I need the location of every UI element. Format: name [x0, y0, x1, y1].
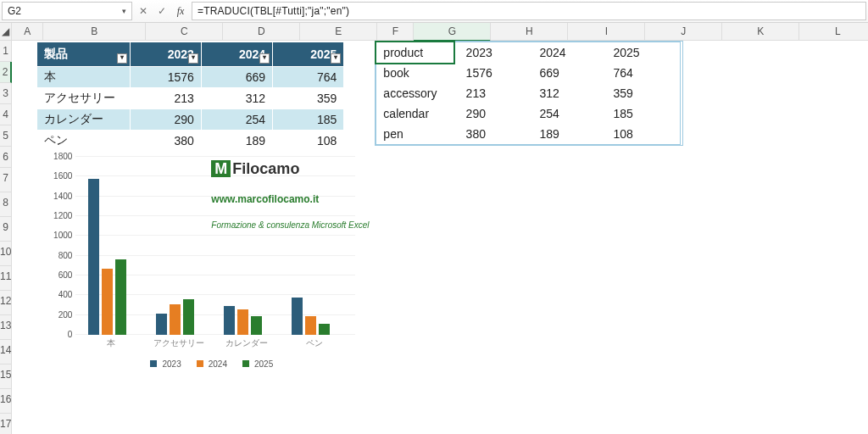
cell-grid[interactable]: 製品▾ 2023▾ 2024▾ 2025▾ 本1576669764アクセサリー2…	[12, 42, 854, 434]
table-row[interactable]: accessory213312359	[376, 83, 681, 103]
col-header[interactable]: K	[722, 23, 799, 41]
accept-icon[interactable]: ✓	[154, 3, 170, 19]
chart-category-label: 本	[81, 337, 141, 349]
row-header[interactable]: 1	[0, 41, 12, 62]
col-header[interactable]: F	[377, 23, 414, 41]
row-header[interactable]: 7	[0, 168, 12, 192]
name-box[interactable]: G2▾	[2, 2, 132, 20]
row-header[interactable]: 4	[0, 104, 12, 125]
row-header[interactable]: 13	[0, 315, 12, 340]
row-header[interactable]: 8	[0, 192, 12, 217]
chart-category-label: アクセサリー	[149, 337, 209, 349]
table-row[interactable]: 本1576669764	[37, 67, 344, 88]
filter-icon[interactable]: ▾	[117, 53, 127, 64]
chart-legend: 202320242025	[46, 359, 372, 369]
col-header[interactable]: E	[300, 23, 377, 41]
row-header[interactable]: 11	[0, 266, 12, 291]
table-row[interactable]: product202320242025	[376, 42, 681, 64]
row-header[interactable]: 3	[0, 83, 12, 104]
col-header[interactable]: H	[491, 23, 568, 41]
name-box-dropdown-icon[interactable]: ▾	[122, 7, 126, 15]
table-row[interactable]: アクセサリー213312359	[37, 88, 344, 109]
brand-logo: MFilocamo www.marcofilocamo.it Formazion…	[211, 160, 369, 230]
col-header[interactable]: J	[645, 23, 722, 41]
table-row[interactable]: book1576669764	[376, 63, 681, 83]
col-header[interactable]: B	[43, 23, 146, 41]
y-axis: 020040060080010001200140016001800	[75, 157, 76, 335]
filter-icon[interactable]: ▾	[188, 53, 198, 64]
brand-url: www.marcofilocamo.it	[211, 193, 369, 205]
row-header[interactable]: 2	[0, 62, 12, 83]
row-header[interactable]: 17	[0, 414, 12, 434]
formula-input[interactable]: =TRADUCI(TBL[#Tutti];"ja";"en")	[192, 2, 866, 20]
row-header[interactable]: 10	[0, 242, 12, 266]
col-header[interactable]: A	[12, 23, 43, 41]
col-header[interactable]: G	[414, 23, 491, 42]
col-header[interactable]: L	[799, 23, 868, 41]
row-header[interactable]: 16	[0, 389, 12, 414]
col-header[interactable]: D	[223, 23, 300, 41]
row-header[interactable]: 5	[0, 125, 12, 147]
col-header[interactable]: C	[146, 23, 223, 41]
select-all-corner[interactable]: ◢	[0, 23, 12, 41]
filter-icon[interactable]: ▾	[331, 53, 341, 64]
fx-icon[interactable]: fx	[173, 3, 188, 19]
cancel-icon[interactable]: ✕	[136, 3, 151, 19]
row-header[interactable]: 12	[0, 291, 12, 315]
chart-category-label: ペン	[285, 337, 344, 349]
brand-tagline: Formazione & consulenza Microsoft Excel	[211, 220, 369, 230]
table-row[interactable]: calendar290254185	[376, 103, 681, 124]
chart-category-label: カレンダー	[217, 337, 276, 349]
table-row[interactable]: ペン380189108	[37, 131, 344, 152]
col-header[interactable]: I	[568, 23, 645, 41]
filter-icon[interactable]: ▾	[259, 53, 270, 64]
row-header[interactable]: 9	[0, 217, 12, 242]
row-header[interactable]: 14	[0, 340, 12, 364]
table-row[interactable]: カレンダー290254185	[37, 109, 344, 131]
row-header-col: ◢ 1234567891011121314151617	[0, 23, 12, 434]
column-header-row: ABCDEFGHIJKL	[12, 23, 868, 42]
formula-bar: G2▾ ✕ ✓ fx =TRADUCI(TBL[#Tutti];"ja";"en…	[0, 0, 868, 23]
row-header[interactable]: 6	[0, 147, 12, 168]
source-table[interactable]: 製品▾ 2023▾ 2024▾ 2025▾ 本1576669764アクセサリー2…	[36, 42, 344, 152]
translated-table[interactable]: product202320242025book1576669764accesso…	[376, 42, 681, 145]
worksheet: ◢ 1234567891011121314151617 ABCDEFGHIJKL…	[0, 23, 868, 434]
row-header[interactable]: 15	[0, 364, 12, 389]
table-row[interactable]: pen380189108	[376, 124, 681, 145]
